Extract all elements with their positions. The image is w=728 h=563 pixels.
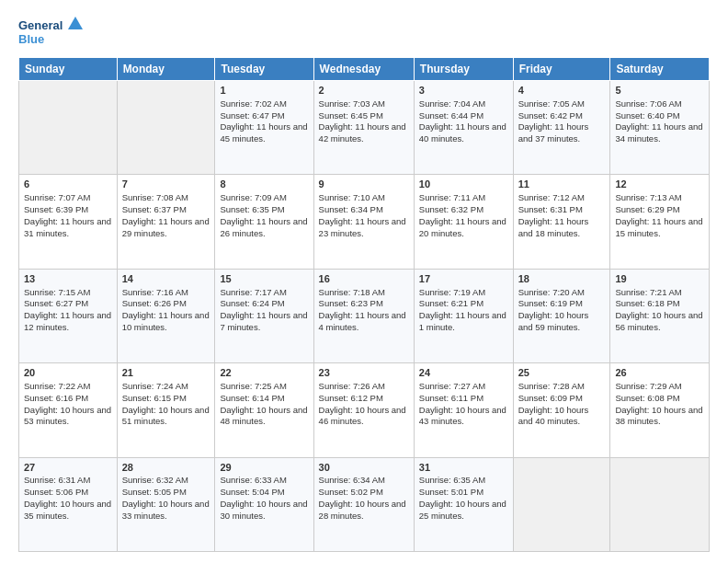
calendar-cell: 20Sunrise: 7:22 AMSunset: 6:16 PMDayligh… [19, 363, 118, 457]
day-number: 13 [24, 272, 112, 286]
cell-info-line: Sunrise: 6:31 AM [24, 475, 112, 487]
cell-info-line: Sunset: 6:08 PM [615, 393, 704, 405]
cell-info-line: Sunrise: 7:24 AM [122, 381, 210, 393]
cell-info-line: Sunset: 6:35 PM [220, 204, 308, 216]
cell-info-line: Sunrise: 7:08 AM [122, 192, 210, 204]
cell-info-line: Sunrise: 7:09 AM [220, 192, 308, 204]
cell-info-line: Daylight: 11 hours and 1 minute. [419, 310, 508, 334]
cell-info-line: Daylight: 11 hours and 4 minutes. [319, 310, 409, 334]
calendar-cell: 21Sunrise: 7:24 AMSunset: 6:15 PMDayligh… [117, 363, 215, 457]
cell-info-line: Sunrise: 6:33 AM [220, 475, 308, 487]
calendar-row-1: 6Sunrise: 7:07 AMSunset: 6:39 PMDaylight… [19, 175, 710, 269]
cell-info-line: Daylight: 11 hours and 23 minutes. [319, 216, 409, 240]
cell-info-line: Daylight: 10 hours and 35 minutes. [24, 499, 112, 523]
calendar-cell: 15Sunrise: 7:17 AMSunset: 6:24 PMDayligh… [215, 269, 313, 362]
cell-info-line: Daylight: 10 hours and 38 minutes. [615, 405, 704, 429]
calendar-cell: 14Sunrise: 7:16 AMSunset: 6:26 PMDayligh… [117, 269, 215, 362]
calendar-cell: 25Sunrise: 7:28 AMSunset: 6:09 PMDayligh… [513, 363, 610, 457]
calendar-cell: 5Sunrise: 7:06 AMSunset: 6:40 PMDaylight… [610, 81, 710, 175]
cell-info-line: Sunset: 6:21 PM [419, 298, 508, 310]
day-number: 4 [518, 84, 606, 98]
cell-info-line: Sunrise: 7:21 AM [615, 287, 704, 299]
day-number: 14 [122, 272, 210, 286]
calendar-cell: 10Sunrise: 7:11 AMSunset: 6:32 PMDayligh… [414, 175, 513, 269]
calendar-cell: 17Sunrise: 7:19 AMSunset: 6:21 PMDayligh… [414, 269, 513, 362]
page-header: General Blue [18, 15, 710, 48]
cell-info-line: Daylight: 11 hours and 20 minutes. [419, 216, 508, 240]
day-number: 5 [615, 84, 704, 98]
cell-info-line: Daylight: 10 hours and 33 minutes. [122, 499, 210, 523]
weekday-tuesday: Tuesday [215, 58, 313, 81]
cell-info-line: Daylight: 10 hours and 28 minutes. [319, 499, 409, 523]
cell-info-line: Daylight: 10 hours and 30 minutes. [220, 499, 308, 523]
day-number: 30 [319, 461, 409, 475]
calendar-cell [19, 81, 118, 175]
day-number: 11 [518, 178, 606, 191]
cell-info-line: Daylight: 10 hours and 40 minutes. [518, 405, 606, 429]
cell-info-line: Daylight: 11 hours and 12 minutes. [24, 310, 112, 334]
cell-info-line: Sunset: 6:40 PM [615, 110, 704, 122]
cell-info-line: Sunset: 6:18 PM [615, 298, 704, 310]
cell-info-line: Sunrise: 7:02 AM [220, 98, 308, 110]
cell-info-line: Sunrise: 7:13 AM [615, 192, 704, 204]
cell-info-line: Daylight: 11 hours and 42 minutes. [319, 121, 409, 145]
cell-info-line: Daylight: 11 hours and 10 minutes. [122, 310, 210, 334]
day-number: 27 [24, 461, 112, 475]
calendar-cell: 18Sunrise: 7:20 AMSunset: 6:19 PMDayligh… [513, 269, 610, 362]
calendar-cell [117, 81, 215, 175]
day-number: 3 [419, 84, 508, 98]
cell-info-line: Sunrise: 6:32 AM [122, 475, 210, 487]
cell-info-line: Sunset: 6:15 PM [122, 393, 210, 405]
cell-info-line: Sunset: 6:16 PM [24, 393, 112, 405]
day-number: 25 [518, 366, 606, 380]
cell-info-line: Sunrise: 6:34 AM [319, 475, 409, 487]
calendar-cell: 24Sunrise: 7:27 AMSunset: 6:11 PMDayligh… [414, 363, 513, 457]
day-number: 20 [24, 366, 112, 380]
calendar-cell: 26Sunrise: 7:29 AMSunset: 6:08 PMDayligh… [610, 363, 710, 457]
cell-info-line: Daylight: 11 hours and 15 minutes. [615, 216, 704, 240]
calendar-cell: 16Sunrise: 7:18 AMSunset: 6:23 PMDayligh… [313, 269, 414, 362]
calendar-cell: 12Sunrise: 7:13 AMSunset: 6:29 PMDayligh… [610, 175, 710, 269]
cell-info-line: Sunset: 6:19 PM [518, 298, 606, 310]
cell-info-line: Sunset: 6:47 PM [220, 110, 308, 122]
day-number: 15 [220, 272, 308, 286]
cell-info-line: Daylight: 11 hours and 34 minutes. [615, 121, 704, 145]
weekday-friday: Friday [513, 58, 610, 81]
cell-info-line: Sunset: 6:45 PM [319, 110, 409, 122]
cell-info-line: Sunset: 6:29 PM [615, 204, 704, 216]
day-number: 9 [319, 178, 409, 191]
cell-info-line: Sunset: 6:32 PM [419, 204, 508, 216]
day-number: 23 [319, 366, 409, 380]
calendar-cell: 23Sunrise: 7:26 AMSunset: 6:12 PMDayligh… [313, 363, 414, 457]
calendar-cell: 8Sunrise: 7:09 AMSunset: 6:35 PMDaylight… [215, 175, 313, 269]
day-number: 16 [319, 272, 409, 286]
weekday-header-row: SundayMondayTuesdayWednesdayThursdayFrid… [19, 58, 710, 81]
cell-info-line: Sunset: 5:04 PM [220, 487, 308, 499]
cell-info-line: Daylight: 10 hours and 48 minutes. [220, 405, 308, 429]
cell-info-line: Daylight: 11 hours and 26 minutes. [220, 216, 308, 240]
calendar-table: SundayMondayTuesdayWednesdayThursdayFrid… [18, 57, 710, 552]
calendar-cell: 6Sunrise: 7:07 AMSunset: 6:39 PMDaylight… [19, 175, 118, 269]
cell-info-line: Sunset: 6:27 PM [24, 298, 112, 310]
cell-info-line: Daylight: 10 hours and 53 minutes. [24, 405, 112, 429]
cell-info-line: Daylight: 10 hours and 25 minutes. [419, 499, 508, 523]
calendar-cell: 28Sunrise: 6:32 AMSunset: 5:05 PMDayligh… [117, 457, 215, 551]
cell-info-line: Sunrise: 6:35 AM [419, 475, 508, 487]
calendar-cell: 4Sunrise: 7:05 AMSunset: 6:42 PMDaylight… [513, 81, 610, 175]
cell-info-line: Daylight: 11 hours and 45 minutes. [220, 121, 308, 145]
calendar-cell: 31Sunrise: 6:35 AMSunset: 5:01 PMDayligh… [414, 457, 513, 551]
calendar-cell: 19Sunrise: 7:21 AMSunset: 6:18 PMDayligh… [610, 269, 710, 362]
day-number: 22 [220, 366, 308, 380]
calendar-body: 1Sunrise: 7:02 AMSunset: 6:47 PMDaylight… [19, 81, 710, 552]
cell-info-line: Sunrise: 7:15 AM [24, 287, 112, 299]
day-number: 1 [220, 84, 308, 98]
cell-info-line: Sunset: 6:14 PM [220, 393, 308, 405]
cell-info-line: Sunrise: 7:27 AM [419, 381, 508, 393]
calendar-cell: 1Sunrise: 7:02 AMSunset: 6:47 PMDaylight… [215, 81, 313, 175]
calendar-cell: 30Sunrise: 6:34 AMSunset: 5:02 PMDayligh… [313, 457, 414, 551]
calendar-cell: 9Sunrise: 7:10 AMSunset: 6:34 PMDaylight… [313, 175, 414, 269]
calendar-cell [610, 457, 710, 551]
cell-info-line: Sunset: 6:37 PM [122, 204, 210, 216]
day-number: 18 [518, 272, 606, 286]
cell-info-line: Sunset: 5:02 PM [319, 487, 409, 499]
